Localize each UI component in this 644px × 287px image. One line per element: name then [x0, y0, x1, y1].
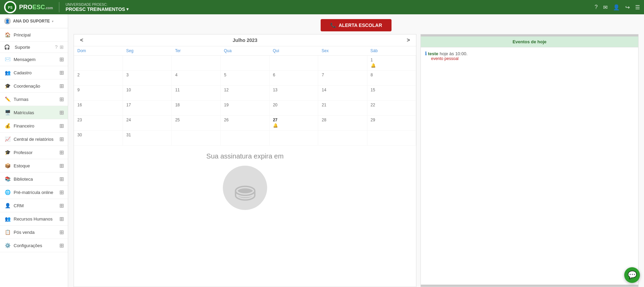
- cal-cell: 30: [74, 131, 123, 146]
- sidebar-item-label: Pré-matrícula online: [14, 190, 59, 195]
- sidebar-item-professor[interactable]: 🎓 Professor ⊞: [0, 146, 68, 159]
- rh-icon: 👥: [4, 215, 11, 222]
- financeiro-icon: 💰: [4, 122, 11, 129]
- subscription-area: Sua assinatura expira em ⛂: [74, 146, 416, 213]
- sidebar-item-cadastro[interactable]: 👥 Cadastro ⊞: [0, 66, 68, 79]
- add-matriculas-icon[interactable]: ⊞: [59, 109, 64, 116]
- event-time: hoje às 10:00.: [440, 51, 467, 56]
- cal-cell: [269, 56, 318, 71]
- cal-day-seg: Seg: [123, 46, 171, 56]
- sidebar-user[interactable]: 👤 ANA DO SUPORTE ▾: [0, 14, 68, 28]
- sidebar-item-label: Pós venda: [14, 230, 59, 235]
- add-biblioteca-icon[interactable]: ⊞: [59, 176, 64, 182]
- svg-text:PS: PS: [8, 6, 13, 10]
- cadastro-icon: 👥: [4, 69, 11, 76]
- cal-cell: 24: [123, 116, 171, 131]
- header-subtitle: UNIVERSIDADE PROESC:: [65, 3, 128, 6]
- subscription-text: Sua assinatura expira em: [74, 152, 416, 160]
- event-type: evento pessoal: [431, 56, 634, 61]
- events-scroll-down[interactable]: [421, 285, 638, 287]
- add-rh-icon[interactable]: ⊞: [59, 216, 64, 222]
- help-icon[interactable]: ?: [595, 4, 598, 10]
- cal-cell: 22: [367, 101, 416, 116]
- sidebar-item-pos-venda[interactable]: 📋 Pós venda ⊞: [0, 226, 68, 239]
- cal-cell: 13: [269, 86, 318, 101]
- add-coordenacao-icon[interactable]: ⊞: [59, 83, 64, 89]
- sidebar-username: ANA DO SUPORTE: [13, 19, 50, 24]
- calendar-section: < Julho 2023 > Dom Seg Ter Qua Qui Sex S: [74, 34, 416, 287]
- sidebar-item-suporte[interactable]: 🎧 Suporte ? ⊞: [0, 42, 68, 53]
- pre-matricula-icon: 🌐: [4, 189, 11, 196]
- add-relatorios-icon[interactable]: ⊞: [59, 136, 64, 142]
- avatar-person-icon: ⛂: [234, 176, 257, 207]
- chat-bubble[interactable]: 💬: [624, 267, 640, 283]
- cal-cell: 27🔔: [269, 116, 318, 131]
- add-estoque-icon[interactable]: ⊞: [59, 163, 64, 169]
- calendar-events-row: < Julho 2023 > Dom Seg Ter Qua Qui Sex S: [68, 34, 644, 287]
- sidebar-item-turmas[interactable]: ✏️ Turmas ⊞: [0, 93, 68, 106]
- sidebar-item-estoque[interactable]: 📦 Estoque ⊞: [0, 159, 68, 172]
- dropdown-arrow-icon[interactable]: ▾: [126, 7, 128, 12]
- calendar-prev-button[interactable]: <: [77, 36, 86, 44]
- add-cadastro-icon[interactable]: ⊞: [59, 70, 64, 76]
- sidebar-item-rh[interactable]: 👥 Recursos Humanos ⊞: [0, 212, 68, 226]
- sidebar-item-biblioteca[interactable]: 📚 Biblioteca ⊞: [0, 172, 68, 186]
- cal-cell: 18: [172, 101, 220, 116]
- event-item-top: ℹ teste hoje às 10:00.: [425, 51, 634, 56]
- sidebar-item-matriculas[interactable]: 🖥️ Matrículas ⊞: [0, 106, 68, 119]
- event-name: teste: [428, 51, 438, 56]
- add-crm-icon[interactable]: ⊞: [59, 202, 64, 209]
- sidebar-item-configuracoes[interactable]: ⚙️ Configurações ⊞: [0, 239, 68, 252]
- sidebar-item-crm[interactable]: 👤 CRM ⊞: [0, 199, 68, 212]
- calendar-next-button[interactable]: >: [404, 36, 413, 44]
- logout-icon[interactable]: ↪: [625, 4, 630, 11]
- sidebar-item-relatorios[interactable]: 📈 Central de relatórios ⊞: [0, 133, 68, 146]
- add-suporte-icon[interactable]: ⊞: [60, 44, 64, 50]
- coordenacao-icon: 🎓: [4, 82, 11, 89]
- add-configuracoes-icon[interactable]: ⊞: [59, 242, 64, 249]
- sidebar-item-mensagem[interactable]: ✉️ Mensagem ⊞: [0, 53, 68, 66]
- cal-cell: [172, 56, 220, 71]
- events-content: ℹ teste hoje às 10:00. evento pessoal: [421, 47, 638, 285]
- cal-cell: [220, 131, 269, 146]
- sidebar: 👤 ANA DO SUPORTE ▾ 🏠 Principal 🎧 Suporte…: [0, 14, 68, 287]
- sidebar-item-pre-matricula[interactable]: 🌐 Pré-matrícula online ⊞: [0, 186, 68, 199]
- professor-icon: 🎓: [4, 149, 11, 156]
- table-row: 30 31: [74, 131, 416, 146]
- cal-cell: [220, 56, 269, 71]
- add-mensagem-icon[interactable]: ⊞: [59, 56, 64, 63]
- mail-icon[interactable]: ✉: [603, 4, 608, 11]
- table-row: 9 10 11 12 13 14 15: [74, 86, 416, 101]
- header-left: PS PROESC.com UNIVERSIDADE PROESC: PROES…: [4, 1, 128, 13]
- cal-day-dom: Dom: [74, 46, 123, 56]
- cal-cell: 12: [220, 86, 269, 101]
- cal-cell: [318, 56, 367, 71]
- cal-day-qui: Qui: [269, 46, 318, 56]
- cal-cell: 25: [172, 116, 220, 131]
- cal-cell: 6: [269, 71, 318, 86]
- question-icon[interactable]: ?: [55, 44, 58, 50]
- user-dropdown-icon[interactable]: ▾: [52, 19, 53, 23]
- sidebar-item-label: Coordenação: [14, 84, 59, 89]
- add-financeiro-icon[interactable]: ⊞: [59, 123, 64, 129]
- cal-cell: [123, 56, 171, 71]
- cal-cell: [367, 131, 416, 146]
- add-pos-venda-icon[interactable]: ⊞: [59, 229, 64, 236]
- add-turmas-icon[interactable]: ⊞: [59, 96, 64, 103]
- add-pre-matricula-icon[interactable]: ⊞: [59, 189, 64, 196]
- header-title-area: UNIVERSIDADE PROESC: PROESC TREINAMENTOS…: [65, 3, 128, 12]
- sidebar-item-label: Mensagem: [14, 57, 59, 62]
- estoque-icon: 📦: [4, 162, 11, 169]
- pos-venda-icon: 📋: [4, 229, 11, 236]
- sidebar-item-financeiro[interactable]: 💰 Financeiro ⊞: [0, 119, 68, 133]
- turmas-icon: ✏️: [4, 96, 11, 103]
- alerta-escolar-button[interactable]: 📞 ALERTA ESCOLAR: [321, 19, 392, 31]
- menu-icon[interactable]: ☰: [635, 4, 640, 11]
- sidebar-item-coordenacao[interactable]: 🎓 Coordenação ⊞: [0, 79, 68, 93]
- header-right: ? ✉ 👤 ↪ ☰: [595, 4, 640, 11]
- add-professor-icon[interactable]: ⊞: [59, 149, 64, 156]
- user-icon[interactable]: 👤: [613, 4, 620, 11]
- top-header: PS PROESC.com UNIVERSIDADE PROESC: PROES…: [0, 0, 644, 14]
- info-icon: ℹ: [425, 51, 427, 56]
- sidebar-item-principal[interactable]: 🏠 Principal: [0, 28, 68, 42]
